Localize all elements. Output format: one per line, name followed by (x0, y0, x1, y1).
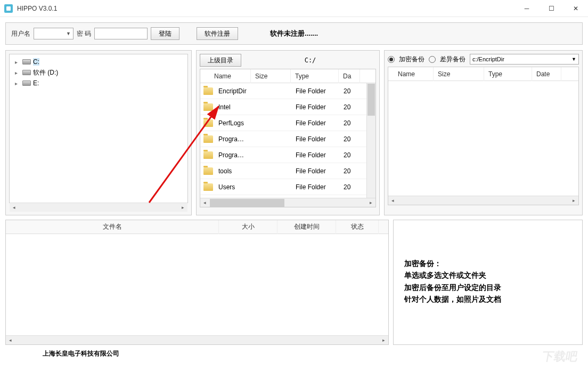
encrypt-backup-radio[interactable] (388, 56, 395, 63)
chevron-right-icon[interactable]: ▸ (15, 59, 20, 65)
cell-type: File Folder (291, 87, 339, 95)
col-status[interactable]: 状态 (336, 220, 379, 234)
register-status: 软件未注册....... (270, 29, 318, 38)
col-date[interactable]: Da (339, 69, 360, 83)
backup-table: Name Size Type Date ◂▸ (388, 67, 579, 205)
tree-item-e[interactable]: ▸ E: (10, 78, 187, 89)
tree-hscrollbar[interactable]: ◂▸ (10, 203, 187, 212)
backup-hscrollbar[interactable]: ◂▸ (388, 196, 578, 205)
table-row[interactable]: EncriptDirFile Folder20 (200, 83, 375, 99)
login-button[interactable]: 登陆 (151, 27, 179, 40)
cell-date: 20 (339, 167, 361, 175)
current-path: C:/ (244, 57, 376, 64)
password-label: 密 码 (77, 29, 91, 38)
encrypt-backup-label: 加密备份 (399, 55, 424, 64)
folder-icon (203, 135, 213, 143)
title-bar: HIPPO V3.0.1 ─ ☐ ✕ (0, 0, 588, 17)
drive-icon (22, 70, 31, 75)
drive-tree[interactable]: ▸ C: ▸ 软件 (D:) ▸ E: (9, 54, 188, 203)
help-panel: 加密备份： 单选或多选文件或文件夹 加密后备份至用户设定的目录 针对个人数据，如… (393, 220, 583, 345)
file-table-header: Name Size Type Da (200, 69, 375, 83)
cell-name: EncriptDir (214, 87, 251, 95)
cell-name: Program ... (214, 151, 251, 159)
queue-panel: 文件名 大小 创建时间 状态 ◂▸ (5, 220, 389, 345)
tree-item-c[interactable]: ▸ C: (10, 57, 187, 67)
col-type[interactable]: Type (291, 69, 339, 83)
cell-name: Intel (214, 103, 251, 111)
file-vscrollbar[interactable] (366, 83, 375, 198)
folder-icon (203, 87, 213, 95)
col-size[interactable]: Size (434, 67, 484, 81)
close-button[interactable]: ✕ (564, 0, 588, 17)
file-list-panel: 上级目录 C:/ Name Size Type Da EncriptDirFil… (196, 50, 380, 215)
tree-item-d[interactable]: ▸ 软件 (D:) (10, 67, 187, 78)
diff-backup-label: 差异备份 (440, 55, 466, 64)
chevron-right-icon[interactable]: ▸ (15, 81, 20, 86)
file-table: Name Size Type Da EncriptDirFile Folder2… (200, 69, 376, 207)
cell-date: 20 (339, 135, 361, 143)
cell-type: File Folder (291, 167, 339, 175)
col-size[interactable]: Size (251, 69, 291, 83)
folder-icon (203, 119, 213, 127)
password-input[interactable] (94, 28, 148, 39)
cell-type: File Folder (291, 103, 339, 111)
register-button[interactable]: 软件注册 (197, 27, 238, 40)
table-row[interactable]: Program ...File Folder20 (200, 131, 375, 147)
col-date[interactable]: Date (532, 67, 561, 81)
chevron-right-icon[interactable]: ▸ (15, 70, 20, 76)
cell-date: 20 (339, 151, 361, 159)
queue-hscrollbar[interactable]: ◂▸ (6, 335, 388, 344)
up-dir-button[interactable]: 上级目录 (200, 54, 241, 67)
cell-type: File Folder (291, 119, 339, 127)
drive-icon (22, 59, 31, 65)
cell-type: File Folder (291, 135, 339, 143)
backup-panel: 加密备份 差异备份 c:/EncriptDir ▼ Name Size Type… (384, 50, 583, 215)
window-title: HIPPO V3.0.1 (17, 5, 57, 12)
tree-label: 软件 (D:) (33, 68, 58, 77)
cell-type: File Folder (291, 183, 339, 191)
username-label: 用户名 (11, 29, 30, 38)
folder-icon (203, 183, 213, 191)
drive-tree-panel: ▸ C: ▸ 软件 (D:) ▸ E: ◂▸ (5, 50, 192, 215)
file-hscrollbar[interactable]: ◂▸ (200, 198, 375, 207)
cell-name: Users (214, 183, 251, 191)
cell-name: Program ... (214, 135, 251, 143)
footer-company: 上海长皇电子科技有限公司 (0, 345, 588, 358)
cell-name: tools (214, 167, 251, 175)
folder-icon (203, 103, 213, 111)
backup-path-value: c:/EncriptDir (472, 56, 504, 62)
col-filesize[interactable]: 大小 (219, 220, 277, 234)
col-name[interactable]: Name (200, 69, 251, 83)
login-toolbar: 用户名 ▼ 密 码 登陆 软件注册 软件未注册....... (5, 22, 583, 45)
tree-label: E: (33, 79, 39, 87)
tree-label: C: (33, 58, 39, 66)
cell-date: 20 (339, 119, 361, 127)
col-ctime[interactable]: 创建时间 (277, 220, 336, 234)
cell-date: 20 (339, 87, 361, 95)
col-name[interactable]: Name (388, 67, 434, 81)
help-line3: 加密后备份至用户设定的目录 (404, 281, 571, 293)
drive-icon (22, 81, 31, 86)
table-row[interactable]: toolsFile Folder20 (200, 163, 375, 179)
table-row[interactable]: PerfLogsFile Folder20 (200, 115, 375, 131)
col-filename[interactable]: 文件名 (6, 220, 219, 234)
cell-type: File Folder (291, 151, 339, 159)
username-combo[interactable]: ▼ (34, 28, 74, 39)
maximize-button[interactable]: ☐ (539, 0, 564, 17)
folder-icon (203, 151, 213, 159)
minimize-button[interactable]: ─ (514, 0, 539, 17)
app-icon (4, 4, 13, 13)
cell-name: PerfLogs (214, 119, 251, 127)
table-row[interactable]: Program ...File Folder20 (200, 147, 375, 163)
backup-table-header: Name Size Type Date (388, 67, 578, 81)
diff-backup-radio[interactable] (429, 56, 436, 63)
table-row[interactable]: IntelFile Folder20 (200, 99, 375, 115)
help-line2: 单选或多选文件或文件夹 (404, 269, 571, 281)
table-row[interactable]: UsersFile Folder20 (200, 179, 375, 195)
queue-table-header: 文件名 大小 创建时间 状态 (6, 220, 388, 234)
help-title: 加密备份： (404, 258, 571, 269)
col-type[interactable]: Type (484, 67, 532, 81)
backup-path-combo[interactable]: c:/EncriptDir ▼ (470, 54, 579, 65)
window-controls: ─ ☐ ✕ (514, 0, 588, 17)
watermark: 下载吧 (541, 349, 578, 365)
